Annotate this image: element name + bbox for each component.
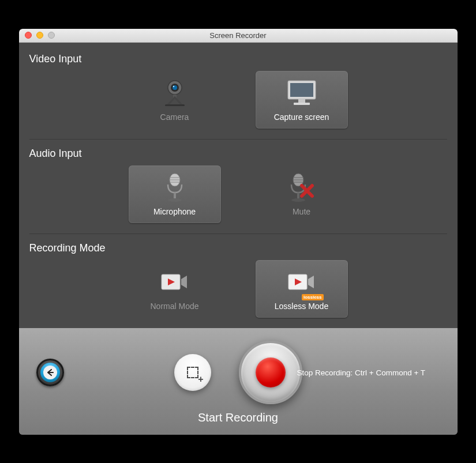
mute-label: Mute — [256, 207, 348, 216]
stop-recording-hint: Stop Recording: Ctrl + Commond + T — [297, 368, 447, 377]
crop-region-button[interactable] — [174, 354, 211, 391]
normal-mode-label: Normal Mode — [129, 302, 221, 311]
back-button[interactable] — [36, 359, 64, 386]
footer: Stop Recording: Ctrl + Commond + T Start… — [19, 328, 458, 435]
svg-rect-20 — [297, 193, 299, 198]
titlebar: Screen Recorder — [19, 29, 458, 43]
microphone-icon — [129, 171, 221, 205]
close-icon[interactable] — [25, 32, 32, 39]
svg-rect-7 — [290, 83, 313, 97]
recording-mode-heading: Recording Mode — [29, 234, 447, 260]
camera-option[interactable]: Camera — [129, 71, 221, 129]
svg-point-3 — [173, 85, 174, 86]
app-window: Screen Recorder Video Input Came — [19, 29, 458, 435]
audio-input-heading: Audio Input — [29, 140, 447, 165]
main-panel: Video Input Camera — [19, 43, 458, 328]
minimize-icon[interactable] — [36, 32, 43, 39]
monitor-icon — [256, 77, 348, 110]
svg-point-21 — [291, 198, 305, 202]
recording-mode-options: Normal Mode lossless Lossless Mode — [29, 260, 447, 328]
svg-rect-9 — [294, 103, 310, 105]
lossless-mode-label: Lossless Mode — [256, 302, 348, 311]
audio-input-options: Microphone Mute — [29, 165, 447, 234]
svg-rect-8 — [298, 99, 305, 103]
arrow-left-icon — [46, 368, 54, 377]
record-icon — [256, 357, 286, 387]
maximize-icon — [48, 32, 55, 39]
microphone-option[interactable]: Microphone — [129, 165, 221, 223]
video-input-options: Camera Capture screen — [29, 71, 447, 139]
footer-controls: Stop Recording: Ctrl + Commond + T — [29, 341, 447, 404]
mute-icon — [256, 171, 348, 205]
window-title: Screen Recorder — [19, 31, 458, 40]
lossless-badge: lossless — [302, 294, 324, 300]
lossless-mode-option[interactable]: lossless Lossless Mode — [256, 260, 348, 318]
capture-screen-option[interactable]: Capture screen — [256, 71, 348, 129]
start-recording-button[interactable] — [239, 341, 302, 404]
traffic-lights — [19, 32, 55, 39]
capture-screen-label: Capture screen — [256, 112, 348, 122]
video-input-heading: Video Input — [29, 45, 447, 71]
microphone-label: Microphone — [129, 207, 221, 216]
svg-rect-14 — [174, 193, 176, 198]
mute-option[interactable]: Mute — [256, 165, 348, 223]
video-play-icon — [129, 266, 221, 299]
camera-icon — [129, 77, 221, 110]
start-recording-label: Start Recording — [29, 411, 447, 424]
svg-rect-5 — [165, 104, 185, 106]
camera-label: Camera — [129, 112, 221, 122]
crop-icon — [185, 365, 200, 380]
svg-point-15 — [168, 198, 182, 202]
normal-mode-option[interactable]: Normal Mode — [129, 260, 221, 318]
